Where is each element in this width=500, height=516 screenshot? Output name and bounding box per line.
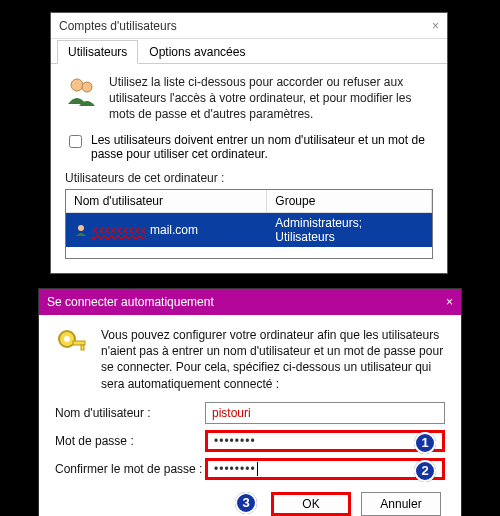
ok-label: OK	[302, 497, 319, 511]
close-icon[interactable]: ×	[446, 289, 453, 315]
dialog-body: Vous pouvez configurer votre ordinateur …	[39, 315, 461, 516]
users-list-label: Utilisateurs de cet ordinateur :	[65, 171, 433, 185]
callout-3: 3	[235, 492, 257, 514]
cancel-label: Annuler	[380, 497, 421, 511]
form: Nom d'utilisateur : pistouri Mot de pass…	[55, 402, 445, 516]
label-password: Mot de passe :	[55, 434, 205, 448]
tab-advanced[interactable]: Options avancées	[138, 40, 256, 64]
username-suffix: mail.com	[150, 223, 198, 237]
callout-2: 2	[414, 460, 436, 482]
svg-point-1	[82, 82, 92, 92]
row-confirm: Confirmer le mot de passe : •••••••• 2	[55, 458, 445, 480]
confirm-password-field[interactable]: •••••••• 2	[205, 458, 445, 480]
tab-users[interactable]: Utilisateurs	[57, 40, 138, 64]
confirm-mask: ••••••••	[214, 462, 256, 476]
dialog-titlebar: Se connecter automatiquement ×	[39, 289, 461, 315]
label-confirm: Confirmer le mot de passe :	[55, 462, 205, 476]
titlebar: Comptes d'utilisateurs ×	[51, 13, 447, 39]
cell-group: Administrateurs; Utilisateurs	[267, 213, 432, 247]
svg-rect-6	[81, 345, 84, 350]
username-value: pistouri	[212, 406, 251, 420]
must-login-checkbox[interactable]	[69, 135, 82, 148]
row-username: Nom d'utilisateur : pistouri	[55, 402, 445, 424]
close-icon[interactable]: ×	[432, 13, 439, 38]
dialog-intro-row: Vous pouvez configurer votre ordinateur …	[55, 327, 445, 392]
username-obfuscated: xxxxxxxxx	[92, 223, 146, 237]
must-login-row: Les utilisateurs doivent entrer un nom d…	[65, 133, 433, 161]
col-header-user[interactable]: Nom d'utilisateur	[66, 190, 267, 213]
user-accounts-window: Comptes d'utilisateurs × Utilisateurs Op…	[50, 12, 448, 274]
auto-signin-dialog: Se connecter automatiquement × Vous pouv…	[38, 288, 462, 516]
dialog-intro-text: Vous pouvez configurer votre ordinateur …	[101, 327, 445, 392]
svg-rect-5	[73, 341, 85, 345]
cell-username: xxxxxxxxxmail.com	[66, 213, 267, 247]
col-header-group[interactable]: Groupe	[267, 190, 432, 213]
intro-row: Utilisez la liste ci-dessous pour accord…	[65, 74, 433, 123]
svg-point-0	[71, 79, 83, 91]
button-row: 3 OK Annuler	[55, 492, 445, 516]
username-field[interactable]: pistouri	[205, 402, 445, 424]
text-cursor	[257, 462, 258, 476]
list-header: Nom d'utilisateur Groupe	[66, 190, 432, 213]
user-icon	[74, 223, 88, 237]
password-field[interactable]: •••••••• 1	[205, 430, 445, 452]
ok-button[interactable]: OK	[271, 492, 351, 516]
cancel-button[interactable]: Annuler	[361, 492, 441, 516]
key-icon	[55, 327, 89, 392]
users-icon	[65, 74, 99, 123]
window-title: Comptes d'utilisateurs	[59, 13, 177, 38]
must-login-label: Les utilisateurs doivent entrer un nom d…	[91, 133, 433, 161]
callout-1: 1	[414, 432, 436, 454]
intro-text: Utilisez la liste ci-dessous pour accord…	[109, 74, 433, 123]
label-username: Nom d'utilisateur :	[55, 406, 205, 420]
dialog-title: Se connecter automatiquement	[47, 289, 214, 315]
svg-point-2	[78, 225, 84, 231]
table-row[interactable]: xxxxxxxxxmail.com Administrateurs; Utili…	[66, 213, 432, 247]
users-list: Nom d'utilisateur Groupe xxxxxxxxxmail.c…	[65, 189, 433, 259]
tab-pane: Utilisez la liste ci-dessous pour accord…	[51, 64, 447, 273]
tabstrip: Utilisateurs Options avancées	[51, 39, 447, 64]
row-password: Mot de passe : •••••••• 1	[55, 430, 445, 452]
svg-point-4	[64, 336, 70, 342]
password-mask: ••••••••	[214, 434, 256, 448]
